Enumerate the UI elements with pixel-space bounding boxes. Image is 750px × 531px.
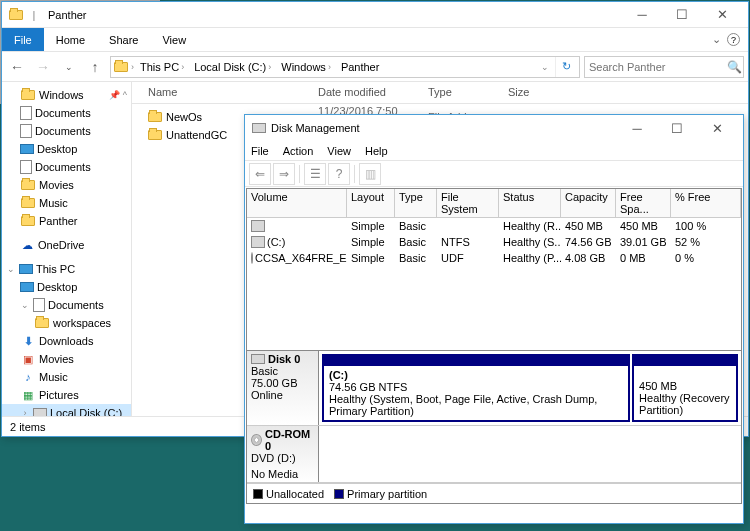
col-name[interactable]: Name — [140, 82, 310, 103]
disk-map: Disk 0 Basic 75.00 GB Online (C:) 74.56 … — [247, 350, 741, 483]
tb-settings-icon[interactable]: ▥ — [359, 163, 381, 185]
tab-home[interactable]: Home — [44, 28, 97, 51]
back-button[interactable]: ← — [6, 56, 28, 78]
ribbon-tabs: File Home Share View ⌄ ? — [2, 28, 748, 52]
address-bar[interactable]: › This PC› Local Disk (C:)› Windows› Pan… — [110, 56, 580, 78]
refresh-icon[interactable]: ↻ — [555, 57, 577, 77]
crumb-c[interactable]: Local Disk (C:)› — [190, 61, 275, 73]
dm-minimize-button[interactable]: ─ — [617, 117, 657, 139]
col-size[interactable]: Size — [500, 82, 560, 103]
tree-item[interactable]: Documents — [2, 104, 131, 122]
column-headers[interactable]: Name Date modified Type Size — [132, 82, 748, 104]
crumb-windows[interactable]: Windows› — [277, 61, 335, 73]
tree-onedrive[interactable]: ☁OneDrive — [2, 236, 131, 254]
diskmgmt-window: Disk Management ─ ☐ ✕ File Action View H… — [244, 114, 744, 524]
search-box[interactable]: 🔍 — [584, 56, 744, 78]
diskmgmt-title: Disk Management — [271, 122, 360, 134]
disk0-info: Disk 0 Basic 75.00 GB Online — [247, 351, 319, 425]
tree-item[interactable]: Music — [2, 194, 131, 212]
minimize-button[interactable]: ─ — [622, 4, 662, 26]
navigation-bar: ← → ⌄ ↑ › This PC› Local Disk (C:)› Wind… — [2, 52, 748, 82]
tree-item[interactable]: Windows📌 ^ — [2, 86, 131, 104]
tree-item[interactable]: ▦Pictures — [2, 386, 131, 404]
tree-item[interactable]: ▣Movies — [2, 350, 131, 368]
volume-row[interactable]: CCSA_X64FRE_EN-...SimpleBasicUDFHealthy … — [247, 250, 741, 266]
menu-view[interactable]: View — [327, 145, 351, 157]
window-title: Panther — [48, 9, 622, 21]
legend-primary-icon — [334, 489, 344, 499]
disk-legend: Unallocated Primary partition — [247, 483, 741, 503]
volume-list: Volume Layout Type File System Status Ca… — [246, 188, 742, 504]
col-date[interactable]: Date modified — [310, 82, 420, 103]
tree-item[interactable]: Desktop — [2, 278, 131, 296]
search-input[interactable] — [589, 61, 727, 73]
volume-headers[interactable]: Volume Layout Type File System Status Ca… — [247, 189, 741, 218]
tree-item[interactable]: Documents — [2, 158, 131, 176]
menu-action[interactable]: Action — [283, 145, 314, 157]
expand-ribbon-icon[interactable]: ⌄ ? — [704, 28, 748, 51]
diskmgmt-toolbar: ⇐ ⇒ ☰ ? ▥ — [245, 161, 743, 187]
tree-item[interactable]: Desktop — [2, 140, 131, 158]
tb-help-icon[interactable]: ? — [328, 163, 350, 185]
explorer-titlebar[interactable]: | Panther ─ ☐ ✕ — [2, 2, 748, 28]
tab-share[interactable]: Share — [97, 28, 150, 51]
tree-item[interactable]: Movies — [2, 176, 131, 194]
crumb-thispc[interactable]: This PC› — [136, 61, 188, 73]
menu-file[interactable]: File — [251, 145, 269, 157]
up-button[interactable]: ↑ — [84, 56, 106, 78]
partition-recovery[interactable]: 450 MB Healthy (Recovery Partition) — [632, 354, 738, 422]
tb-fwd-icon[interactable]: ⇒ — [273, 163, 295, 185]
tree-item[interactable]: ⬇Downloads — [2, 332, 131, 350]
tab-view[interactable]: View — [150, 28, 198, 51]
dm-maximize-button[interactable]: ☐ — [657, 117, 697, 139]
folder-icon — [8, 7, 24, 23]
tab-file[interactable]: File — [2, 28, 44, 51]
diskmgmt-menubar: File Action View Help — [245, 141, 743, 161]
tree-item-selected[interactable]: ›Local Disk (C:) — [2, 404, 131, 416]
maximize-button[interactable]: ☐ — [662, 4, 702, 26]
forward-button[interactable]: → — [32, 56, 54, 78]
menu-help[interactable]: Help — [365, 145, 388, 157]
recent-dropdown[interactable]: ⌄ — [58, 56, 80, 78]
partition-c[interactable]: (C:) 74.56 GB NTFS Healthy (System, Boot… — [322, 354, 630, 422]
navigation-tree[interactable]: Windows📌 ^ Documents Documents Desktop D… — [2, 82, 132, 416]
diskmgmt-titlebar[interactable]: Disk Management ─ ☐ ✕ — [245, 115, 743, 141]
tree-item[interactable]: workspaces — [2, 314, 131, 332]
tree-item[interactable]: Panther — [2, 212, 131, 230]
volume-row[interactable]: SimpleBasicHealthy (R...450 MB450 MB100 … — [247, 218, 741, 234]
cdrom-row[interactable]: CD-ROM 0 DVD (D:) No Media — [247, 426, 741, 483]
tree-thispc[interactable]: ⌄This PC — [2, 260, 131, 278]
qa-separator: | — [26, 7, 42, 23]
tree-item[interactable]: ⌄Documents — [2, 296, 131, 314]
cdrom-info: CD-ROM 0 DVD (D:) No Media — [247, 426, 319, 482]
disk0-row[interactable]: Disk 0 Basic 75.00 GB Online (C:) 74.56 … — [247, 351, 741, 426]
tree-item[interactable]: Documents — [2, 122, 131, 140]
dm-close-button[interactable]: ✕ — [697, 117, 737, 139]
volume-row[interactable]: (C:)SimpleBasicNTFSHealthy (S...74.56 GB… — [247, 234, 741, 250]
close-button[interactable]: ✕ — [702, 4, 742, 26]
diskmgmt-icon — [251, 120, 267, 136]
tree-item[interactable]: ♪Music — [2, 368, 131, 386]
legend-unallocated-icon — [253, 489, 263, 499]
col-type[interactable]: Type — [420, 82, 500, 103]
search-icon: 🔍 — [727, 60, 742, 74]
tb-refresh-icon[interactable]: ☰ — [304, 163, 326, 185]
crumb-panther[interactable]: Panther — [337, 61, 384, 73]
tb-back-icon[interactable]: ⇐ — [249, 163, 271, 185]
